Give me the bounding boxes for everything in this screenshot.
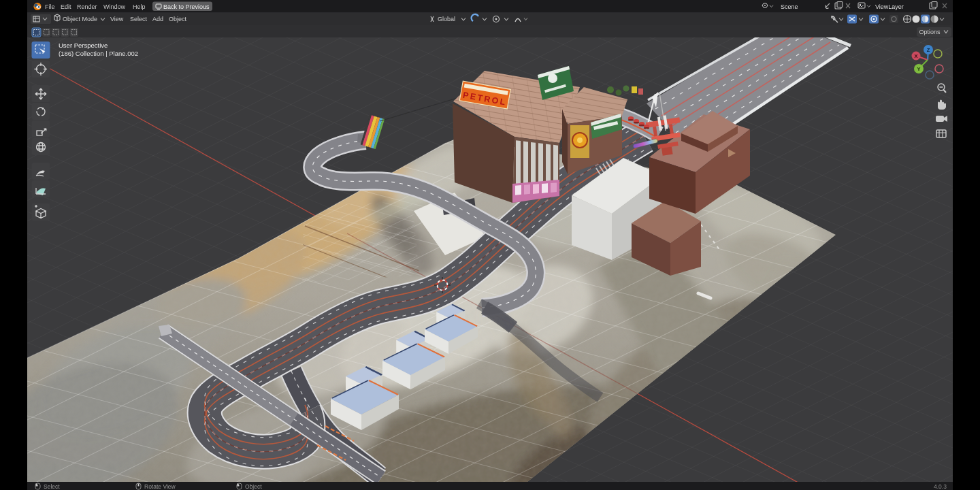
svg-text:Rotate View: Rotate View — [144, 483, 176, 490]
svg-text:Render: Render — [77, 3, 97, 10]
svg-text:Object: Object — [245, 483, 262, 490]
svg-text:ViewLayer: ViewLayer — [875, 3, 904, 10]
svg-text:Help: Help — [133, 3, 146, 10]
svg-text:Add: Add — [152, 16, 163, 22]
svg-text:Object Mode: Object Mode — [63, 16, 97, 22]
svg-text:View: View — [110, 16, 124, 22]
svg-text:File: File — [45, 3, 55, 10]
svg-text:X: X — [914, 53, 917, 59]
svg-text:Z: Z — [927, 47, 930, 53]
svg-text:Object: Object — [169, 16, 187, 22]
svg-text:Back to Previous: Back to Previous — [163, 3, 210, 10]
svg-text:Edit: Edit — [61, 3, 71, 10]
svg-text:4.0.3: 4.0.3 — [934, 483, 947, 490]
svg-text:Select: Select — [44, 483, 60, 490]
svg-text:Y: Y — [917, 66, 920, 72]
svg-text:Select: Select — [130, 16, 148, 22]
svg-text:Options: Options — [919, 29, 941, 35]
svg-text:User Perspective: User Perspective — [59, 42, 108, 49]
svg-text:Scene: Scene — [781, 3, 798, 10]
svg-text:(186) Collection | Plane.002: (186) Collection | Plane.002 — [59, 50, 138, 57]
svg-text:Global: Global — [438, 16, 455, 22]
svg-text:Window: Window — [103, 3, 126, 10]
